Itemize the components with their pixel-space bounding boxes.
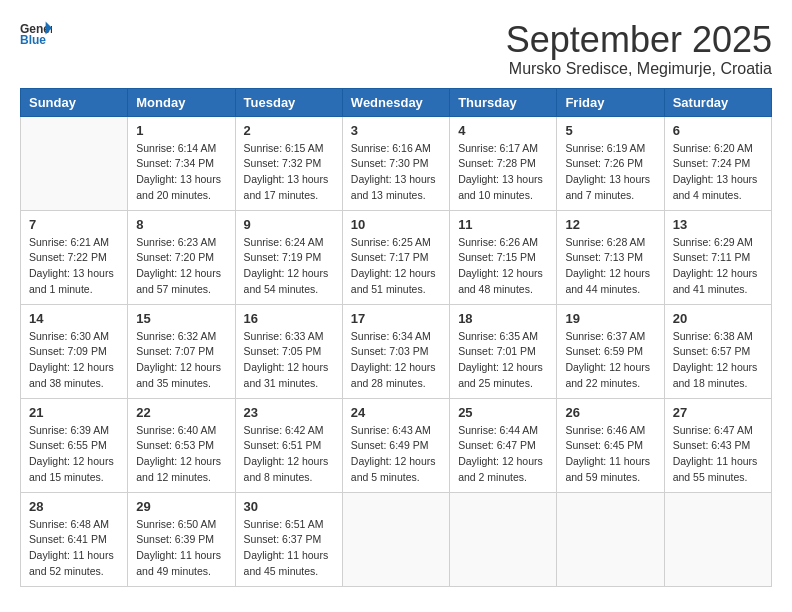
day-number: 27 — [673, 405, 763, 420]
calendar-cell — [21, 116, 128, 210]
day-number: 23 — [244, 405, 334, 420]
calendar-cell: 9Sunrise: 6:24 AM Sunset: 7:19 PM Daylig… — [235, 210, 342, 304]
day-info: Sunrise: 6:51 AM Sunset: 6:37 PM Dayligh… — [244, 517, 334, 580]
weekday-header-tuesday: Tuesday — [235, 88, 342, 116]
weekday-header-wednesday: Wednesday — [342, 88, 449, 116]
day-number: 1 — [136, 123, 226, 138]
day-info: Sunrise: 6:16 AM Sunset: 7:30 PM Dayligh… — [351, 141, 441, 204]
day-number: 11 — [458, 217, 548, 232]
svg-text:Blue: Blue — [20, 33, 46, 47]
day-number: 28 — [29, 499, 119, 514]
day-number: 15 — [136, 311, 226, 326]
day-number: 19 — [565, 311, 655, 326]
weekday-header-sunday: Sunday — [21, 88, 128, 116]
day-info: Sunrise: 6:39 AM Sunset: 6:55 PM Dayligh… — [29, 423, 119, 486]
week-row-1: 1Sunrise: 6:14 AM Sunset: 7:34 PM Daylig… — [21, 116, 772, 210]
day-info: Sunrise: 6:50 AM Sunset: 6:39 PM Dayligh… — [136, 517, 226, 580]
calendar-cell: 28Sunrise: 6:48 AM Sunset: 6:41 PM Dayli… — [21, 492, 128, 586]
calendar-cell: 19Sunrise: 6:37 AM Sunset: 6:59 PM Dayli… — [557, 304, 664, 398]
calendar-cell: 29Sunrise: 6:50 AM Sunset: 6:39 PM Dayli… — [128, 492, 235, 586]
day-info: Sunrise: 6:34 AM Sunset: 7:03 PM Dayligh… — [351, 329, 441, 392]
calendar-cell: 6Sunrise: 6:20 AM Sunset: 7:24 PM Daylig… — [664, 116, 771, 210]
calendar-cell: 4Sunrise: 6:17 AM Sunset: 7:28 PM Daylig… — [450, 116, 557, 210]
day-number: 25 — [458, 405, 548, 420]
calendar-cell: 13Sunrise: 6:29 AM Sunset: 7:11 PM Dayli… — [664, 210, 771, 304]
day-number: 12 — [565, 217, 655, 232]
day-number: 9 — [244, 217, 334, 232]
calendar-cell — [450, 492, 557, 586]
calendar-cell: 17Sunrise: 6:34 AM Sunset: 7:03 PM Dayli… — [342, 304, 449, 398]
day-info: Sunrise: 6:46 AM Sunset: 6:45 PM Dayligh… — [565, 423, 655, 486]
weekday-header-thursday: Thursday — [450, 88, 557, 116]
day-number: 10 — [351, 217, 441, 232]
day-number: 7 — [29, 217, 119, 232]
day-number: 5 — [565, 123, 655, 138]
day-number: 30 — [244, 499, 334, 514]
calendar-cell: 26Sunrise: 6:46 AM Sunset: 6:45 PM Dayli… — [557, 398, 664, 492]
day-number: 2 — [244, 123, 334, 138]
day-info: Sunrise: 6:38 AM Sunset: 6:57 PM Dayligh… — [673, 329, 763, 392]
week-row-2: 7Sunrise: 6:21 AM Sunset: 7:22 PM Daylig… — [21, 210, 772, 304]
calendar-cell: 18Sunrise: 6:35 AM Sunset: 7:01 PM Dayli… — [450, 304, 557, 398]
calendar-cell: 14Sunrise: 6:30 AM Sunset: 7:09 PM Dayli… — [21, 304, 128, 398]
calendar-cell: 27Sunrise: 6:47 AM Sunset: 6:43 PM Dayli… — [664, 398, 771, 492]
calendar-cell: 5Sunrise: 6:19 AM Sunset: 7:26 PM Daylig… — [557, 116, 664, 210]
day-info: Sunrise: 6:25 AM Sunset: 7:17 PM Dayligh… — [351, 235, 441, 298]
calendar-cell: 10Sunrise: 6:25 AM Sunset: 7:17 PM Dayli… — [342, 210, 449, 304]
calendar-cell: 3Sunrise: 6:16 AM Sunset: 7:30 PM Daylig… — [342, 116, 449, 210]
subtitle: Mursko Sredisce, Megimurje, Croatia — [506, 60, 772, 78]
day-info: Sunrise: 6:21 AM Sunset: 7:22 PM Dayligh… — [29, 235, 119, 298]
day-number: 6 — [673, 123, 763, 138]
calendar-cell: 11Sunrise: 6:26 AM Sunset: 7:15 PM Dayli… — [450, 210, 557, 304]
day-info: Sunrise: 6:26 AM Sunset: 7:15 PM Dayligh… — [458, 235, 548, 298]
day-number: 21 — [29, 405, 119, 420]
day-info: Sunrise: 6:29 AM Sunset: 7:11 PM Dayligh… — [673, 235, 763, 298]
day-info: Sunrise: 6:44 AM Sunset: 6:47 PM Dayligh… — [458, 423, 548, 486]
day-number: 3 — [351, 123, 441, 138]
weekday-header-row: SundayMondayTuesdayWednesdayThursdayFrid… — [21, 88, 772, 116]
day-info: Sunrise: 6:40 AM Sunset: 6:53 PM Dayligh… — [136, 423, 226, 486]
calendar-cell: 12Sunrise: 6:28 AM Sunset: 7:13 PM Dayli… — [557, 210, 664, 304]
day-info: Sunrise: 6:47 AM Sunset: 6:43 PM Dayligh… — [673, 423, 763, 486]
calendar-cell: 7Sunrise: 6:21 AM Sunset: 7:22 PM Daylig… — [21, 210, 128, 304]
day-info: Sunrise: 6:28 AM Sunset: 7:13 PM Dayligh… — [565, 235, 655, 298]
calendar-cell: 2Sunrise: 6:15 AM Sunset: 7:32 PM Daylig… — [235, 116, 342, 210]
week-row-5: 28Sunrise: 6:48 AM Sunset: 6:41 PM Dayli… — [21, 492, 772, 586]
day-info: Sunrise: 6:23 AM Sunset: 7:20 PM Dayligh… — [136, 235, 226, 298]
day-number: 29 — [136, 499, 226, 514]
calendar-cell — [664, 492, 771, 586]
day-info: Sunrise: 6:37 AM Sunset: 6:59 PM Dayligh… — [565, 329, 655, 392]
day-number: 8 — [136, 217, 226, 232]
day-info: Sunrise: 6:20 AM Sunset: 7:24 PM Dayligh… — [673, 141, 763, 204]
day-number: 4 — [458, 123, 548, 138]
calendar-cell: 15Sunrise: 6:32 AM Sunset: 7:07 PM Dayli… — [128, 304, 235, 398]
calendar-cell: 8Sunrise: 6:23 AM Sunset: 7:20 PM Daylig… — [128, 210, 235, 304]
calendar-cell: 16Sunrise: 6:33 AM Sunset: 7:05 PM Dayli… — [235, 304, 342, 398]
day-info: Sunrise: 6:30 AM Sunset: 7:09 PM Dayligh… — [29, 329, 119, 392]
logo-icon: General Blue — [20, 20, 52, 48]
calendar-cell: 30Sunrise: 6:51 AM Sunset: 6:37 PM Dayli… — [235, 492, 342, 586]
day-number: 14 — [29, 311, 119, 326]
day-info: Sunrise: 6:33 AM Sunset: 7:05 PM Dayligh… — [244, 329, 334, 392]
logo: General Blue — [20, 20, 52, 48]
calendar-cell — [557, 492, 664, 586]
day-number: 17 — [351, 311, 441, 326]
week-row-4: 21Sunrise: 6:39 AM Sunset: 6:55 PM Dayli… — [21, 398, 772, 492]
day-number: 13 — [673, 217, 763, 232]
calendar-table: SundayMondayTuesdayWednesdayThursdayFrid… — [20, 88, 772, 587]
day-info: Sunrise: 6:15 AM Sunset: 7:32 PM Dayligh… — [244, 141, 334, 204]
week-row-3: 14Sunrise: 6:30 AM Sunset: 7:09 PM Dayli… — [21, 304, 772, 398]
day-info: Sunrise: 6:17 AM Sunset: 7:28 PM Dayligh… — [458, 141, 548, 204]
main-title: September 2025 — [506, 20, 772, 60]
day-info: Sunrise: 6:43 AM Sunset: 6:49 PM Dayligh… — [351, 423, 441, 486]
day-info: Sunrise: 6:35 AM Sunset: 7:01 PM Dayligh… — [458, 329, 548, 392]
day-number: 18 — [458, 311, 548, 326]
day-info: Sunrise: 6:14 AM Sunset: 7:34 PM Dayligh… — [136, 141, 226, 204]
weekday-header-friday: Friday — [557, 88, 664, 116]
day-info: Sunrise: 6:48 AM Sunset: 6:41 PM Dayligh… — [29, 517, 119, 580]
day-number: 22 — [136, 405, 226, 420]
calendar-cell: 22Sunrise: 6:40 AM Sunset: 6:53 PM Dayli… — [128, 398, 235, 492]
day-number: 16 — [244, 311, 334, 326]
calendar-cell: 20Sunrise: 6:38 AM Sunset: 6:57 PM Dayli… — [664, 304, 771, 398]
day-number: 24 — [351, 405, 441, 420]
